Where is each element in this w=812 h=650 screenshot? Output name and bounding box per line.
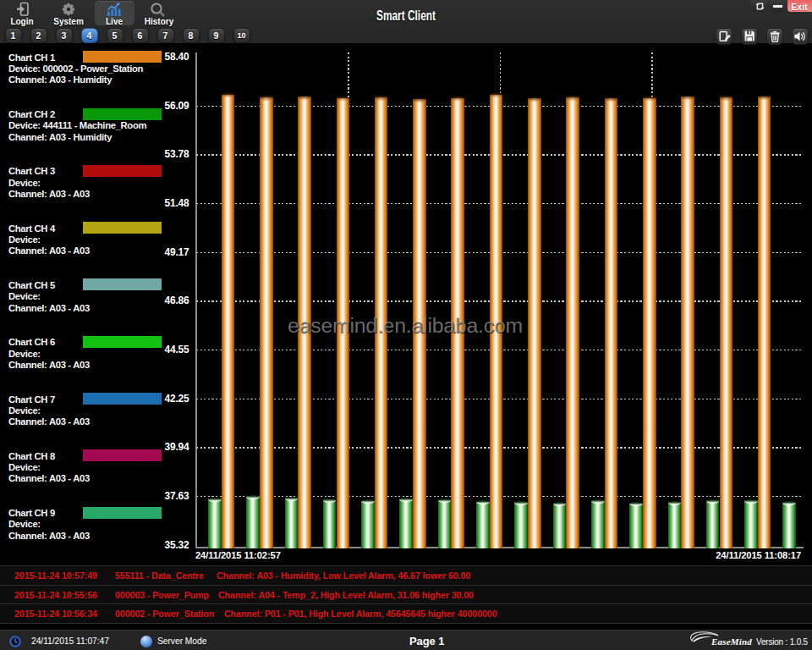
svg-text:EaseMind: EaseMind — [710, 636, 752, 647]
